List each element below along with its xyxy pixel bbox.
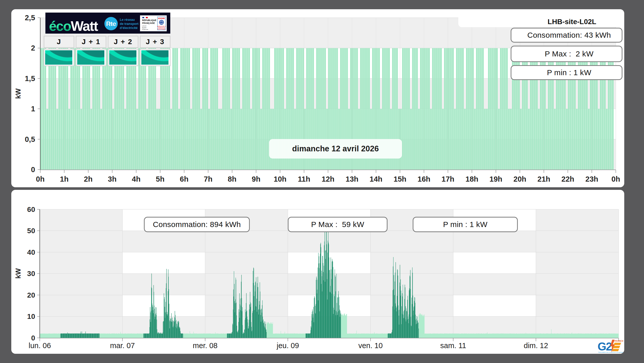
svg-text:1: 1 <box>31 105 35 113</box>
svg-text:0h: 0h <box>611 175 620 183</box>
svg-text:1,5: 1,5 <box>25 74 35 83</box>
svg-text:d’électricité: d’électricité <box>120 26 138 30</box>
svg-text:ÉCOLOGIQUE: ÉCOLOGIQUE <box>158 28 165 30</box>
svg-text:0: 0 <box>31 165 35 174</box>
svg-text:mer. 08: mer. 08 <box>193 341 218 350</box>
svg-text:21h: 21h <box>538 175 550 183</box>
svg-text:6h: 6h <box>180 175 189 183</box>
svg-text:19h: 19h <box>490 175 502 183</box>
svg-text:13h: 13h <box>346 175 359 183</box>
svg-text:3h: 3h <box>108 175 117 183</box>
svg-text:AGENCE DE LA: AGENCE DE LA <box>157 26 166 27</box>
svg-text:18h: 18h <box>465 175 478 183</box>
svg-text:1h: 1h <box>60 175 69 183</box>
svg-text:Watt: Watt <box>71 18 98 34</box>
svg-text:2: 2 <box>31 44 35 52</box>
svg-text:Égalité: Égalité <box>142 27 146 28</box>
svg-text:FRANCE: FRANCE <box>614 339 623 342</box>
svg-text:20: 20 <box>27 291 35 299</box>
svg-text:9h: 9h <box>252 175 261 183</box>
svg-text:sam. 11: sam. 11 <box>440 341 466 350</box>
svg-text:FRANÇAISE: FRANÇAISE <box>142 22 155 24</box>
svg-text:Le réseau: Le réseau <box>120 18 135 22</box>
svg-text:50: 50 <box>27 227 35 235</box>
svg-text:RÉPUBLIQUE: RÉPUBLIQUE <box>142 19 156 22</box>
svg-text:0: 0 <box>31 334 35 342</box>
svg-text:60: 60 <box>27 205 35 213</box>
svg-text:G2: G2 <box>598 340 612 353</box>
svg-text:dim. 12: dim. 12 <box>524 341 548 350</box>
svg-text:de transport: de transport <box>120 22 139 26</box>
svg-text:17h: 17h <box>442 175 454 183</box>
svg-text:15h: 15h <box>394 175 407 183</box>
svg-text:0h: 0h <box>36 175 45 183</box>
svg-text:10: 10 <box>27 312 35 320</box>
svg-text:8h: 8h <box>228 175 236 183</box>
svg-text:40: 40 <box>27 248 35 256</box>
svg-text:12h: 12h <box>322 175 334 183</box>
svg-text:7h: 7h <box>204 175 213 183</box>
svg-text:4h: 4h <box>132 175 141 183</box>
svg-text:2,5: 2,5 <box>25 14 35 22</box>
svg-text:éco: éco <box>49 18 71 34</box>
svg-text:kW: kW <box>14 268 22 279</box>
svg-text:ven. 10: ven. 10 <box>358 341 383 350</box>
svg-text:Optimisation des ressources én: Optimisation des ressources énergétiques <box>598 351 623 353</box>
svg-text:0,5: 0,5 <box>25 135 35 143</box>
svg-text:5h: 5h <box>156 175 165 183</box>
svg-text:TRANSITION: TRANSITION <box>158 27 165 28</box>
svg-text:2h: 2h <box>84 175 93 183</box>
svg-text:lun. 06: lun. 06 <box>28 341 51 350</box>
svg-text:ADEME: ADEME <box>158 17 165 19</box>
svg-text:16h: 16h <box>418 175 430 183</box>
svg-text:22h: 22h <box>561 175 574 183</box>
svg-text:mar. 07: mar. 07 <box>110 341 135 350</box>
svg-text:Fraternité: Fraternité <box>142 29 148 30</box>
svg-text:23h: 23h <box>586 175 598 183</box>
svg-text:kW: kW <box>14 88 22 99</box>
svg-text:20h: 20h <box>513 175 526 183</box>
svg-text:jeu. 09: jeu. 09 <box>276 341 299 350</box>
svg-text:Liberté: Liberté <box>142 25 146 27</box>
svg-text:11h: 11h <box>298 175 310 183</box>
svg-text:10h: 10h <box>274 175 286 183</box>
svg-text:14h: 14h <box>370 175 382 183</box>
svg-text:30: 30 <box>27 270 35 278</box>
